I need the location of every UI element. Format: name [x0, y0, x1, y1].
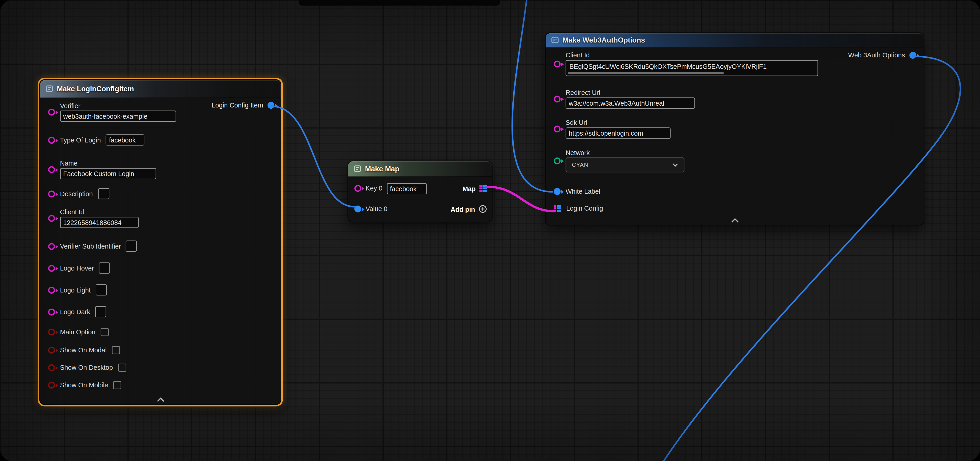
field-row-logo-dark: Logo Dark	[48, 306, 273, 317]
field-row-network: Network CYAN	[554, 149, 916, 172]
collapse-node-button[interactable]	[40, 394, 281, 404]
node-make-web3authoptions[interactable]: Make Web3AuthOptions Web 3Auth Options C…	[545, 32, 924, 226]
make-struct-icon	[551, 36, 559, 44]
logo-light-input[interactable]	[95, 284, 107, 296]
node-header-make-web3authoptions[interactable]: Make Web3AuthOptions	[546, 33, 924, 48]
pin-verifier-sub-identifier[interactable]	[48, 243, 55, 250]
field-label-white-label: White Label	[566, 188, 600, 196]
map-row-value0: Value 0 Add pin	[354, 199, 487, 219]
pin-show-on-mobile[interactable]	[48, 382, 55, 388]
map-output-label: Map	[463, 184, 476, 192]
plus-circle-icon	[479, 205, 487, 213]
field-row-show-on-modal: Show On Modal	[48, 346, 273, 354]
main-option-checkbox[interactable]	[100, 328, 109, 336]
pin-description[interactable]	[48, 190, 55, 197]
chevron-up-icon	[730, 218, 739, 223]
output-pin-label: Login Config Item	[212, 101, 263, 109]
field-label-client-id: Client Id	[60, 208, 138, 216]
field-label-description: Description	[60, 189, 93, 198]
pin-client-id[interactable]	[48, 215, 55, 221]
output-pin-web3auth-options[interactable]	[909, 51, 916, 58]
add-pin-label: Add pin	[451, 205, 475, 213]
blueprint-editor: Make LoginConfigItem Login Config Item V…	[0, 0, 980, 461]
value-0-label: Value 0	[366, 205, 387, 213]
pin-client-id[interactable]	[554, 60, 561, 67]
field-row-sdk-url: Sdk Url	[554, 119, 916, 138]
add-pin-button[interactable]	[479, 205, 487, 213]
output-row-login-config-item: Login Config Item	[212, 101, 274, 109]
make-map-icon	[354, 165, 361, 172]
pin-redirect-url[interactable]	[554, 95, 561, 102]
chevron-up-icon	[156, 397, 165, 402]
node-title: Make Map	[365, 165, 399, 172]
client-id-input[interactable]: BEglQSgt4cUWcj6SKRdu5QkOXTsePmMcusG5EAoy…	[566, 60, 818, 76]
field-label-verifier: Verifier	[60, 102, 176, 110]
verifier-input[interactable]	[60, 111, 176, 122]
verifier-sub-identifier-input[interactable]	[126, 240, 137, 252]
field-row-name: Name	[48, 159, 273, 179]
pin-logo-dark[interactable]	[48, 308, 55, 315]
field-row-login-config: Login Config	[554, 204, 916, 213]
client-id-input[interactable]	[60, 217, 138, 228]
field-label-logo-light: Logo Light	[60, 286, 91, 294]
node-make-loginconfigitem[interactable]: Make LoginConfigItem Login Config Item V…	[39, 79, 281, 405]
output-pin-map[interactable]	[479, 185, 487, 192]
pin-name[interactable]	[48, 166, 55, 173]
client-id-value: BEglQSgt4cUWcj6SKRdu5QkOXTsePmMcusG5EAoy…	[570, 62, 815, 70]
node-header-make-map[interactable]: Make Map	[348, 161, 492, 177]
field-label-logo-dark: Logo Dark	[60, 308, 90, 316]
pin-key-0[interactable]	[354, 185, 361, 192]
field-row-main-option: Main Option	[48, 328, 273, 336]
field-row-white-label: White Label	[554, 188, 916, 196]
pin-sdk-url[interactable]	[554, 125, 561, 132]
field-label-name: Name	[60, 159, 156, 168]
chevron-down-icon	[673, 163, 678, 167]
logo-hover-input[interactable]	[99, 262, 110, 273]
type-of-login-input[interactable]	[106, 134, 145, 145]
pin-main-option[interactable]	[48, 329, 55, 335]
map-row-key0: Key 0 Map	[354, 178, 487, 199]
description-input[interactable]	[98, 188, 109, 199]
field-row-type-of-login: Type Of Login	[48, 134, 273, 145]
field-row-show-on-mobile: Show On Mobile	[48, 381, 273, 389]
wire-loginconfigitem-to-value0[interactable]	[271, 106, 355, 207]
pin-login-config[interactable]	[554, 205, 562, 212]
field-label-client-id: Client Id	[566, 51, 818, 59]
field-row-show-on-desktop: Show On Desktop	[48, 364, 273, 372]
pin-verifier[interactable]	[48, 108, 55, 115]
pin-logo-light[interactable]	[48, 286, 55, 293]
show-on-desktop-checkbox[interactable]	[118, 364, 126, 372]
output-pin-label: Web 3Auth Options	[848, 51, 905, 59]
field-row-redirect-url: Redirect Url	[554, 89, 916, 109]
network-dropdown[interactable]: CYAN	[566, 157, 684, 172]
field-row-verifier-sub-identifier: Verifier Sub Identifier	[48, 240, 273, 252]
output-pin-login-config-item[interactable]	[267, 102, 274, 108]
horizontal-scrollbar[interactable]	[568, 72, 724, 74]
node-make-map[interactable]: Make Map Key 0 Map	[347, 161, 493, 222]
field-label-show-on-modal: Show On Modal	[60, 346, 107, 354]
pin-white-label[interactable]	[554, 188, 561, 195]
show-on-mobile-checkbox[interactable]	[113, 381, 121, 389]
pin-type-of-login[interactable]	[48, 137, 55, 143]
network-selected-value: CYAN	[572, 162, 589, 168]
key-0-input[interactable]	[387, 183, 427, 194]
field-label-logo-hover: Logo Hover	[60, 264, 94, 272]
node-header-make-loginconfigitem[interactable]: Make LoginConfigItem	[40, 80, 281, 98]
field-label-login-config: Login Config	[566, 204, 603, 213]
name-input[interactable]	[60, 168, 156, 179]
graph-canvas[interactable]: Make LoginConfigItem Login Config Item V…	[0, 0, 980, 461]
collapse-node-button[interactable]	[546, 215, 924, 225]
pin-network[interactable]	[554, 157, 561, 164]
offscreen-node-edge	[299, 0, 500, 6]
pin-show-on-desktop[interactable]	[48, 364, 55, 371]
pin-show-on-modal[interactable]	[48, 347, 55, 353]
field-label-verifier-sub-identifier: Verifier Sub Identifier	[60, 242, 121, 250]
redirect-url-input[interactable]	[566, 97, 695, 109]
pin-logo-hover[interactable]	[48, 265, 55, 272]
logo-dark-input[interactable]	[95, 306, 107, 317]
sdk-url-input[interactable]	[566, 127, 671, 138]
field-label-show-on-desktop: Show On Desktop	[60, 364, 113, 372]
show-on-modal-checkbox[interactable]	[111, 346, 120, 354]
node-title: Make LoginConfigItem	[57, 85, 134, 92]
field-row-logo-light: Logo Light	[48, 284, 273, 296]
